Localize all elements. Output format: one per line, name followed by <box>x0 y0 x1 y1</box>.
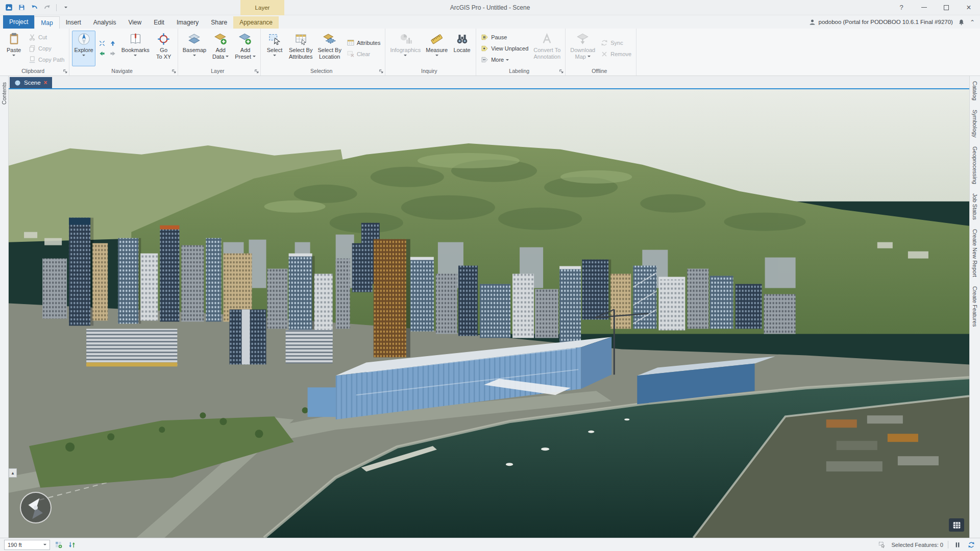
help-button[interactable]: ? <box>890 0 913 15</box>
copy-path-button[interactable]: Copy Path <box>26 55 66 65</box>
undo-button[interactable] <box>30 3 39 12</box>
paste-button[interactable]: Paste <box>3 31 25 66</box>
panel-tab-geoprocessing[interactable]: Geoprocessing <box>972 146 978 184</box>
select-by-location-button[interactable]: Select By Location <box>315 31 343 66</box>
tab-imagery[interactable]: Imagery <box>170 16 205 29</box>
tab-appearance[interactable]: Appearance <box>233 16 279 29</box>
scale-dropdown-caret <box>43 544 46 545</box>
add-graphics-layer-button[interactable] <box>54 540 63 549</box>
go-to-xy-button[interactable]: Go To XY <box>153 31 175 66</box>
select-icon <box>267 32 281 46</box>
swap-basemap-button[interactable] <box>67 540 77 549</box>
clear-selection-button[interactable]: Clear <box>345 49 382 60</box>
status-separator <box>948 541 948 548</box>
navigate-dialog-launcher[interactable] <box>171 68 177 74</box>
cut-icon <box>28 33 36 41</box>
close-icon: × <box>966 3 971 12</box>
copy-button[interactable]: Copy <box>26 43 66 54</box>
panel-tab-catalog[interactable]: Catalog <box>972 81 978 101</box>
navigator-compass[interactable] <box>20 492 52 523</box>
pause-drawing-button[interactable] <box>953 540 962 549</box>
infographics-button[interactable]: Infographics <box>388 31 423 66</box>
panel-tab-job-status[interactable]: Job Status <box>972 193 978 220</box>
basemap-button[interactable]: Basemap <box>181 31 208 66</box>
cut-button[interactable]: Cut <box>26 32 66 43</box>
remove-button[interactable]: Remove <box>598 49 633 60</box>
paste-icon <box>7 32 21 46</box>
download-map-button[interactable]: Download Map <box>568 31 597 66</box>
scene-view-tab[interactable]: Scene × <box>10 77 52 88</box>
tab-share[interactable]: Share <box>205 16 233 29</box>
clear-selection-icon <box>347 50 355 58</box>
selection-dialog-launcher[interactable] <box>378 68 384 74</box>
sync-button[interactable]: Sync <box>598 38 633 48</box>
title-bar: Layer ArcGIS Pro - Untitled - Scene ? × <box>0 0 980 15</box>
tab-insert[interactable]: Insert <box>60 16 87 29</box>
person-icon <box>808 18 816 26</box>
pause-labeling-button[interactable]: Pause <box>479 32 530 43</box>
fixed-zoom-in-button[interactable] <box>108 39 118 48</box>
locate-button[interactable]: Locate <box>451 31 473 66</box>
add-data-button[interactable]: Add Data <box>209 31 232 66</box>
panel-tab-create-new-report[interactable]: Create New Report <box>972 229 978 277</box>
attribute-table-quick-button[interactable] <box>949 518 964 532</box>
ribbon-group-clipboard: Paste Cut Copy <box>0 29 69 76</box>
contents-panel-tab[interactable]: Contents <box>0 76 9 538</box>
tab-view[interactable]: View <box>122 16 148 29</box>
map-scale-select[interactable]: 190 ft <box>4 540 50 550</box>
explore-dropdown-caret <box>82 55 85 56</box>
select-dropdown-caret <box>273 55 276 56</box>
view-unplaced-button[interactable]: View Unplaced <box>479 43 530 54</box>
overview-expand-handle[interactable]: ▲ <box>9 468 17 478</box>
collapse-ribbon-button[interactable]: ⌃ <box>970 19 975 26</box>
previous-extent-button[interactable] <box>97 49 107 59</box>
close-button[interactable]: × <box>958 0 980 15</box>
download-map-dropdown-caret <box>587 56 591 57</box>
ribbon-group-navigate: Explore <box>69 29 178 76</box>
minimize-button[interactable] <box>913 0 935 15</box>
panel-tab-create-features[interactable]: Create Features <box>972 286 978 327</box>
panel-tab-symbology[interactable]: Symbology <box>972 110 978 137</box>
go-to-xy-icon <box>157 32 170 46</box>
bookmarks-icon <box>129 32 142 46</box>
more-labeling-button[interactable]: More <box>479 55 530 65</box>
minimize-icon <box>921 7 927 8</box>
window-controls: ? × <box>890 0 980 15</box>
window-title: ArcGIS Pro - Untitled - Scene <box>0 4 980 11</box>
full-extent-button[interactable] <box>97 39 107 48</box>
save-button[interactable] <box>17 3 26 12</box>
layer-dialog-launcher[interactable] <box>254 68 259 74</box>
refresh-view-button[interactable] <box>967 540 976 549</box>
scene-tab-label: Scene <box>24 80 41 86</box>
select-button[interactable]: Select <box>263 31 286 66</box>
tab-project[interactable]: Project <box>3 15 34 29</box>
labeling-dialog-launcher[interactable] <box>558 68 564 74</box>
notifications-bell-icon[interactable] <box>958 18 965 26</box>
attributes-button[interactable]: Attributes <box>345 38 382 48</box>
tab-edit[interactable]: Edit <box>148 16 170 29</box>
bookmarks-button[interactable]: Bookmarks <box>119 31 152 66</box>
explore-button[interactable]: Explore <box>72 31 95 66</box>
scene-3d-view[interactable]: ▲ <box>9 89 969 538</box>
select-by-attributes-button[interactable]: Select By Attributes <box>287 31 314 66</box>
paste-dropdown-caret <box>12 55 15 56</box>
ribbon-group-offline: Download Map Sync Remove <box>566 29 636 76</box>
account-menu[interactable]: podoboo (Portal for PODOBOO 10.6.1 Final… <box>808 18 953 26</box>
add-preset-button[interactable]: Add Preset <box>233 31 258 66</box>
select-by-attributes-icon <box>294 32 308 46</box>
tab-map[interactable]: Map <box>34 16 59 29</box>
clipboard-dialog-launcher[interactable] <box>62 68 68 74</box>
status-right-cluster: Selected Features: 0 <box>877 540 976 549</box>
arcgis-pro-window: Layer ArcGIS Pro - Untitled - Scene ? × … <box>0 0 980 551</box>
redo-button[interactable] <box>42 3 52 12</box>
compass-hub-icon <box>34 506 38 510</box>
close-view-tab-icon[interactable]: × <box>44 79 47 86</box>
measure-button[interactable]: Measure <box>424 31 450 66</box>
next-extent-button[interactable] <box>108 49 118 59</box>
convert-to-annotation-button[interactable]: Convert To Annotation <box>531 31 562 66</box>
basemap-icon <box>187 32 201 46</box>
navigate-extent-cluster <box>97 31 118 66</box>
customize-qat-button[interactable] <box>61 3 70 12</box>
tab-analysis[interactable]: Analysis <box>87 16 122 29</box>
maximize-button[interactable] <box>935 0 958 15</box>
